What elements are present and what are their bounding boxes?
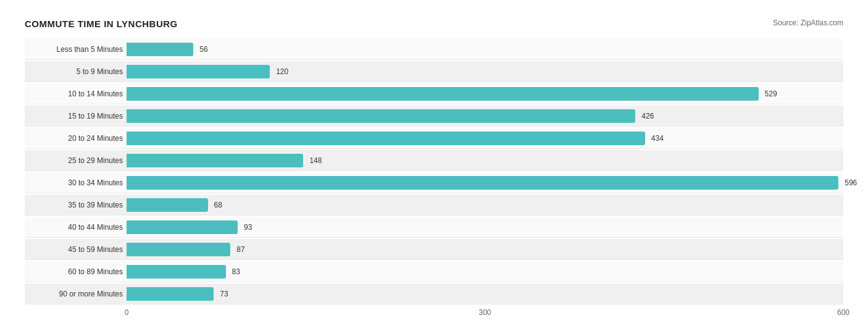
bar-value: 148 — [307, 156, 322, 165]
bar-label: 60 to 89 Minutes — [25, 267, 127, 276]
bar-value: 426 — [639, 112, 654, 120]
bar-row: 40 to 44 Minutes 93 — [25, 217, 843, 238]
bar-label: 10 to 14 Minutes — [25, 90, 127, 98]
chart-header: COMMUTE TIME IN LYNCHBURG Source: ZipAtl… — [25, 19, 843, 29]
bar-fill: 68 — [127, 198, 208, 212]
bar-value: 87 — [234, 245, 244, 254]
bar-label: 45 to 59 Minutes — [25, 245, 127, 254]
bar-row: 20 to 24 Minutes 434 — [25, 128, 843, 149]
x-axis: 0300600 — [25, 308, 843, 321]
bar-fill: 87 — [127, 243, 230, 256]
chart-container: COMMUTE TIME IN LYNCHBURG Source: ZipAtl… — [12, 12, 856, 323]
bar-row: 5 to 9 Minutes 120 — [25, 61, 843, 82]
bar-label: 30 to 34 Minutes — [25, 178, 127, 187]
bar-track: 56 — [127, 43, 843, 56]
bar-fill: 596 — [127, 176, 838, 190]
x-axis-labels: 0300600 — [127, 308, 843, 321]
bar-fill: 56 — [127, 43, 193, 56]
bar-label: 25 to 29 Minutes — [25, 156, 127, 165]
bar-track: 148 — [127, 154, 843, 167]
bar-value: 120 — [273, 67, 288, 76]
bar-fill: 148 — [127, 154, 303, 167]
bar-fill: 93 — [127, 220, 238, 234]
bar-track: 434 — [127, 132, 843, 145]
bar-label: Less than 5 Minutes — [25, 45, 127, 54]
bar-track: 87 — [127, 243, 843, 256]
bar-fill: 529 — [127, 87, 759, 101]
bar-row: 60 to 89 Minutes 83 — [25, 261, 843, 282]
bar-row: 25 to 29 Minutes 148 — [25, 150, 843, 171]
bar-value: 434 — [649, 134, 664, 143]
bar-label: 35 to 39 Minutes — [25, 201, 127, 209]
bar-track: 120 — [127, 65, 843, 78]
bar-fill: 120 — [127, 65, 270, 78]
bar-value: 56 — [197, 45, 207, 54]
chart-title: COMMUTE TIME IN LYNCHBURG — [25, 19, 178, 29]
bar-track: 73 — [127, 287, 843, 301]
bar-label: 20 to 24 Minutes — [25, 134, 127, 143]
bar-value: 73 — [217, 290, 228, 298]
bar-label: 40 to 44 Minutes — [25, 223, 127, 232]
x-tick: 600 — [837, 308, 849, 317]
chart-source: Source: ZipAtlas.com — [773, 19, 843, 27]
x-tick: 0 — [125, 308, 129, 317]
bar-label: 15 to 19 Minutes — [25, 112, 127, 120]
bar-row: 15 to 19 Minutes 426 — [25, 106, 843, 127]
bar-value: 83 — [230, 267, 240, 276]
bar-fill: 83 — [127, 265, 226, 279]
chart-body: Less than 5 Minutes 56 5 to 9 Minutes 12… — [25, 39, 843, 304]
bar-row: Less than 5 Minutes 56 — [25, 39, 843, 60]
bar-track: 529 — [127, 87, 843, 101]
bar-row: 10 to 14 Minutes 529 — [25, 83, 843, 104]
bar-value: 596 — [842, 178, 857, 187]
bar-track: 426 — [127, 109, 843, 123]
bar-row: 45 to 59 Minutes 87 — [25, 239, 843, 260]
bar-track: 68 — [127, 198, 843, 212]
bar-value: 68 — [212, 201, 222, 209]
x-tick: 300 — [478, 308, 491, 317]
bar-track: 596 — [127, 176, 843, 190]
bar-value: 529 — [762, 90, 777, 98]
bar-fill: 73 — [127, 287, 214, 301]
bar-fill: 426 — [127, 109, 635, 123]
bar-track: 83 — [127, 265, 843, 279]
bar-label: 5 to 9 Minutes — [25, 67, 127, 76]
bar-track: 93 — [127, 220, 843, 234]
bar-label: 90 or more Minutes — [25, 290, 127, 298]
bar-row: 30 to 34 Minutes 596 — [25, 172, 843, 193]
bar-row: 90 or more Minutes 73 — [25, 283, 843, 304]
bar-value: 93 — [241, 223, 252, 232]
bar-fill: 434 — [127, 132, 645, 145]
bar-row: 35 to 39 Minutes 68 — [25, 195, 843, 216]
